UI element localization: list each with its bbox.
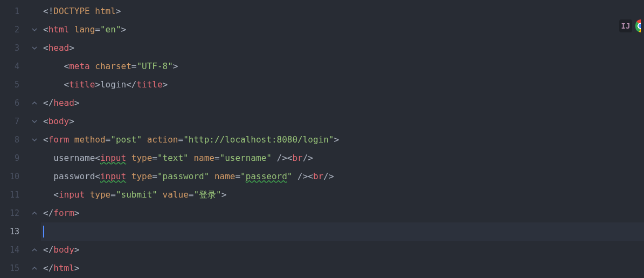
code-line[interactable]: <body> xyxy=(41,112,644,131)
line-number[interactable]: 13 xyxy=(0,222,29,241)
code-line[interactable]: username<input type="text" name="usernam… xyxy=(41,149,644,167)
line-number[interactable]: 8 xyxy=(0,131,29,149)
fold-close-icon[interactable] xyxy=(31,99,38,107)
fold-close-icon[interactable] xyxy=(31,265,38,272)
code-line[interactable]: <html lang="en"> xyxy=(41,21,644,39)
code-line[interactable]: </head> xyxy=(41,94,644,112)
line-number[interactable]: 10 xyxy=(0,167,29,186)
editor-toolbar: IJ xyxy=(619,19,641,32)
line-number[interactable]: 7 xyxy=(0,112,29,131)
fold-open-icon[interactable] xyxy=(31,26,38,33)
intellij-icon[interactable]: IJ xyxy=(619,19,632,32)
text-cursor xyxy=(43,226,44,238)
code-line[interactable]: </html> xyxy=(41,259,644,277)
line-number[interactable]: 2 xyxy=(0,21,29,39)
fold-gutter xyxy=(29,0,41,278)
line-number[interactable]: 1 xyxy=(0,2,29,21)
line-number[interactable]: 5 xyxy=(0,76,29,94)
code-line[interactable]: <input type="submit" value="登录"> xyxy=(41,186,644,204)
code-area[interactable]: <!DOCTYPE html><html lang="en"><head> <m… xyxy=(41,0,644,278)
code-line[interactable]: password<input type="password" name="pas… xyxy=(41,167,644,186)
fold-open-icon[interactable] xyxy=(31,44,38,52)
line-number[interactable]: 6 xyxy=(0,94,29,112)
line-number[interactable]: 3 xyxy=(0,39,29,57)
code-line[interactable]: <!DOCTYPE html> xyxy=(41,2,644,21)
line-number[interactable]: 14 xyxy=(0,241,29,259)
code-line[interactable] xyxy=(41,222,644,241)
line-number[interactable]: 12 xyxy=(0,204,29,222)
code-line[interactable]: <meta charset="UTF-8"> xyxy=(41,57,644,76)
code-line[interactable]: </body> xyxy=(41,241,644,259)
code-line[interactable]: <head> xyxy=(41,39,644,57)
line-number[interactable]: 4 xyxy=(0,57,29,76)
line-number[interactable]: 11 xyxy=(0,186,29,204)
line-number-gutter: 123456789101112131415 xyxy=(0,0,29,278)
line-number[interactable]: 15 xyxy=(0,259,29,277)
code-line[interactable]: <title>login</title> xyxy=(41,76,644,94)
code-line[interactable]: </form> xyxy=(41,204,644,222)
code-editor[interactable]: 123456789101112131415 <!DOCTYPE html><ht… xyxy=(0,0,644,278)
fold-close-icon[interactable] xyxy=(31,209,38,217)
fold-open-icon[interactable] xyxy=(31,118,38,125)
code-line[interactable]: <form method="post" action="http://local… xyxy=(41,131,644,149)
fold-open-icon[interactable] xyxy=(31,136,38,144)
line-number[interactable]: 9 xyxy=(0,149,29,167)
chrome-icon[interactable] xyxy=(635,19,641,32)
fold-close-icon[interactable] xyxy=(31,246,38,254)
